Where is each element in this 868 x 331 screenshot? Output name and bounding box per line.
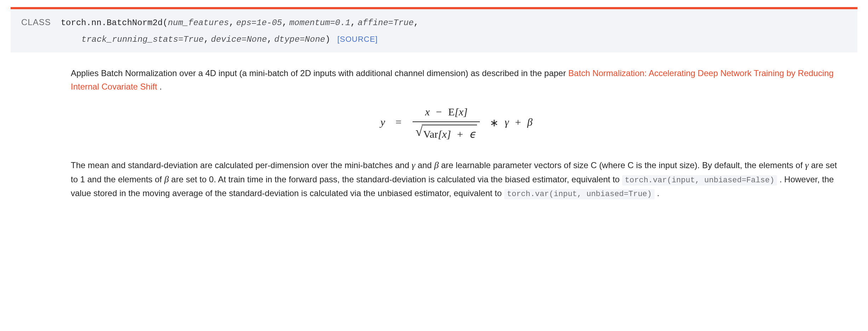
intro-text-after-link: . [160, 82, 162, 91]
formula-fraction: x − E[x] √ Var[x] + ϵ [413, 104, 480, 143]
inline-beta-1: β [434, 160, 439, 170]
param-device: device=None [211, 33, 267, 46]
open-paren: ( [163, 16, 168, 29]
qualified-name: torch.nn.BatchNorm2d [61, 16, 163, 29]
comma: , [204, 33, 209, 46]
formula-beta: β [527, 116, 533, 128]
p2-t7: . [655, 188, 659, 198]
signature-line-1: CLASS torch.nn.BatchNorm2d ( num_feature… [11, 16, 857, 29]
comma: , [267, 33, 272, 46]
close-paren: ) [325, 33, 330, 46]
explanation-paragraph: The mean and standard-deviation are calc… [71, 158, 842, 201]
den-Var: Var [423, 128, 438, 140]
p2-t5: are set to 0. At train time in the forwa… [169, 175, 622, 184]
inline-gamma-1: γ [412, 160, 415, 170]
source-link[interactable]: [SOURCE] [337, 33, 378, 45]
den-epsilon: ϵ [469, 128, 476, 140]
comma: , [229, 16, 234, 29]
param-momentum: momentum=0.1 [289, 16, 350, 29]
intro-paragraph: Applies Batch Normalization over a 4D in… [71, 67, 842, 93]
class-signature-block: CLASS torch.nn.BatchNorm2d ( num_feature… [11, 7, 857, 52]
formula-lhs: y [380, 116, 385, 128]
param-dtype: dtype=None [274, 33, 325, 46]
formula-denominator: √ Var[x] + ϵ [413, 122, 480, 143]
comma: , [414, 16, 419, 29]
sqrt: √ Var[x] + ϵ [415, 125, 477, 143]
den-bracket-x: [x] [438, 128, 451, 140]
doc-body: Applies Batch Normalization over a 4D in… [71, 67, 842, 200]
p2-t3: are learnable parameter vectors of size … [439, 160, 805, 170]
sqrt-sign-icon: √ [415, 125, 422, 138]
doc-page: CLASS torch.nn.BatchNorm2d ( num_feature… [0, 0, 868, 200]
radicand: Var[x] + ϵ [422, 125, 477, 143]
code-var-biased: torch.var(input, unbiased=False) [622, 175, 777, 186]
num-bracket-x: [x] [455, 106, 468, 118]
formula-equals: = [396, 116, 402, 128]
batchnorm-formula: y = x − E[x] √ Var[x] + ϵ [71, 104, 842, 143]
num-x: x [425, 106, 430, 118]
param-affine: affine=True [358, 16, 414, 29]
num-minus: − [436, 106, 442, 118]
inline-gamma-2: γ [805, 160, 809, 170]
formula-numerator: x − E[x] [413, 104, 480, 122]
inline-beta-2: β [164, 174, 169, 184]
formula-star: ∗ [490, 117, 499, 129]
comma: , [350, 16, 355, 29]
code-var-unbiased: torch.var(input, unbiased=True) [504, 189, 655, 199]
p2-t1: The mean and standard-deviation are calc… [71, 160, 412, 170]
param-num-features: num_features [168, 16, 229, 29]
param-track-running-stats: track_running_stats=True [81, 33, 204, 46]
formula-gamma: γ [505, 116, 509, 128]
comma: , [282, 16, 287, 29]
num-E: E [448, 106, 454, 118]
den-plus: + [457, 128, 463, 140]
class-badge: CLASS [21, 16, 51, 29]
signature-line-2: track_running_stats=True, device=None, d… [11, 33, 857, 46]
formula-plus: + [515, 116, 521, 128]
intro-text-before-link: Applies Batch Normalization over a 4D in… [71, 68, 568, 78]
p2-t2: and [415, 160, 434, 170]
param-eps: eps=1e-05 [236, 16, 282, 29]
